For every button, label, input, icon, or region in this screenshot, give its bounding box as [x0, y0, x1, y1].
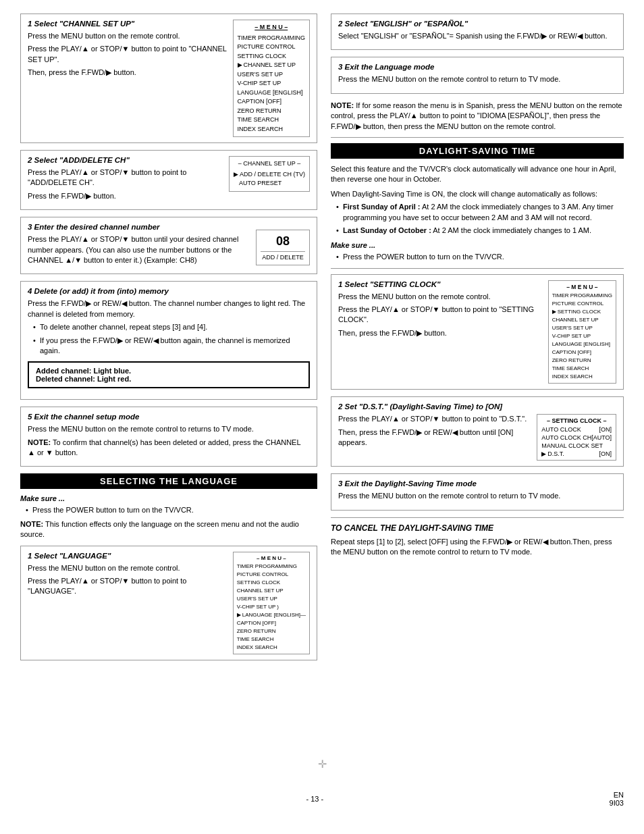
step2-p2: Press the F.FWD/▶ button.: [28, 191, 223, 201]
menu-item: INDEX SEARCH: [552, 373, 612, 381]
menu-item-selected: ▶ LANGUAGE [ENGLISH]—: [237, 611, 306, 619]
note-text-content: This function effects only the language …: [20, 520, 299, 538]
menu-item: USER'S SET UP: [552, 324, 612, 332]
dst-row4: ▶ D.S.T. [ON]: [541, 450, 612, 457]
step3-header: 3 Enter the desired channel number: [28, 223, 250, 231]
menu-item: CAPTION [OFF]: [237, 619, 306, 627]
step3-p1: Press the PLAY/▲ or STOP/▼ button until …: [28, 234, 250, 265]
note-spanish: NOTE: If for some reason the menu is in …: [331, 101, 624, 132]
step1-header: 1 Select "CHANNEL SET UP": [28, 20, 227, 28]
step1-menu: – M E N U – TIMER PROGRAMMING PICTURE CO…: [233, 20, 311, 137]
dst-bullet2-label: Last Sunday of October :: [343, 226, 431, 234]
dst-row2: AUTO CLOCK CH [AUTO]: [541, 434, 612, 441]
cancel-dst-p1: Repeat steps [1] to [2], select [OFF] us…: [331, 537, 624, 558]
lang-step1-p2: Press the PLAY/▲ or STOP/▼ button to poi…: [28, 576, 227, 597]
step4-p1: Press the F.FWD/▶ or REW/◀ button. The c…: [28, 298, 310, 319]
menu-item: TIMER PROGRAMMING: [238, 34, 306, 43]
lang-step1-text: 1 Select "LANGUAGE" Press the MENU butto…: [28, 552, 227, 600]
menu-item-selected: ▶ SETTING CLOCK: [552, 308, 612, 316]
dst-bullets: First Sunday of April : At 2 AM the cloc…: [331, 202, 624, 236]
step2-menu: – CHANNEL SET UP – ▶ ADD / DELETE CH (TV…: [229, 156, 310, 192]
section-channel-step2: 2 Select "ADD/DELETE CH" Press the PLAY/…: [20, 150, 317, 210]
dst-p2: When Daylight-Saving Time is ON, the clo…: [331, 189, 624, 199]
lang-step2-header: 2 Select "ENGLISH" or "ESPAÑOL": [338, 20, 616, 28]
dst-step2-p1: Press the PLAY/▲ or STOP/▼ button to poi…: [338, 414, 531, 424]
dst-bullet-power: Press the POWER button to turn on the TV…: [336, 252, 624, 262]
menu-item: LANGUAGE [ENGLISH]: [238, 88, 306, 98]
note-label: NOTE:: [331, 101, 354, 109]
arrow-icon: ▶: [552, 308, 556, 316]
menu-item: V-CHIP SET UP: [238, 79, 306, 88]
menu-item: V-CHIP SET UP ): [237, 603, 306, 611]
dst-step1-p1: Press the MENU button on the remote cont…: [338, 292, 543, 302]
section-channel-step4: 4 Delete (or add) it from (into) memory …: [20, 281, 317, 400]
lang-menu-title: – M E N U –: [237, 554, 306, 563]
footer-right: EN 9I03: [610, 791, 624, 807]
bullet-item: If you press the F.FWD/▶ or REW/◀ button…: [33, 336, 310, 357]
step1-p1: Press the MENU button on the remote cont…: [28, 31, 227, 41]
dst-settings-box: – SETTING CLOCK – AUTO CLOCK [ON] AUTO C…: [537, 414, 616, 461]
step3-text: 3 Enter the desired channel number Press…: [28, 223, 250, 268]
note-spanish-text: If for some reason the menu is in Spanis…: [331, 101, 622, 130]
dst-step1-menu: – M E N U – TIMER PROGRAMMING PICTURE CO…: [548, 280, 616, 384]
right-column: 2 Select "ENGLISH" or "ESPAÑOL" Select "…: [331, 14, 624, 751]
dst-bullet1: First Sunday of April : At 2 AM the cloc…: [336, 202, 624, 223]
arrow-icon: ▶: [238, 61, 242, 70]
dst-p1: Select this feature and the TV/VCR's clo…: [331, 164, 624, 185]
note-label: NOTE:: [20, 520, 43, 528]
menu-item: USER'S SET UP: [237, 595, 306, 603]
menu-item: TIME SEARCH: [552, 365, 612, 373]
lang-note: NOTE: This function effects only the lan…: [20, 519, 317, 540]
menu-item: V-CHIP SET UP: [552, 332, 612, 340]
dst-make-sure-bullets: Press the POWER button to turn on the TV…: [331, 252, 624, 262]
arrow-icon: ▶: [541, 450, 546, 457]
step1-text: 1 Select "CHANNEL SET UP" Press the MENU…: [28, 20, 227, 81]
menu-item: LANGUAGE [ENGLISH]: [552, 340, 612, 348]
menu-item: ZERO RETURN: [237, 627, 306, 635]
dst-row1-label: AUTO CLOCK: [541, 426, 581, 433]
menu-item: TIME SEARCH: [238, 115, 306, 125]
dst-step2-header: 2 Set "D.S.T." (Daylight-Saving Time) to…: [338, 402, 616, 411]
page: 1 Select "CHANNEL SET UP" Press the MENU…: [0, 0, 644, 834]
note-label: NOTE:: [28, 438, 51, 446]
bullet-item: To delete another channel, repeat steps …: [33, 322, 310, 332]
left-column: 1 Select "CHANNEL SET UP" Press the MENU…: [20, 14, 317, 751]
section-channel-step5: 5 Exit the channel setup mode Press the …: [20, 407, 317, 467]
lang-make-sure-bullets: Press the POWER button to turn on the TV…: [20, 505, 317, 515]
menu-item-selected: ▶ CHANNEL SET UP: [238, 61, 306, 70]
menu1-title: – M E N U –: [238, 23, 306, 32]
dst-step2-content: Press the PLAY/▲ or STOP/▼ button to poi…: [338, 414, 616, 461]
lang-step3-p1: Press the MENU button on the remote cont…: [338, 74, 616, 84]
step2-p1: Press the PLAY/▲ or STOP/▼ button to poi…: [28, 167, 223, 188]
menu-item-label: ADD / DELETE CH (TV): [240, 170, 305, 180]
menu-item: CHANNEL SET UP: [552, 316, 612, 324]
step3-content: 3 Enter the desired channel number Press…: [28, 223, 310, 268]
dst-step3-header: 3 Exit the Daylight-Saving Time mode: [338, 479, 616, 488]
divider3: [331, 517, 624, 518]
dst-row2-label: AUTO CLOCK CH: [541, 434, 591, 441]
dst-step1-section: 1 Select "SETTING CLOCK" Press the MENU …: [331, 274, 624, 390]
dst-step3-p1: Press the MENU button on the remote cont…: [338, 491, 616, 501]
menu-item: CAPTION [OFF]: [552, 348, 612, 357]
menu-item: INDEX SEARCH: [237, 644, 306, 652]
footer-page-num: - 13 -: [306, 795, 323, 803]
menu-item: ZERO RETURN: [552, 357, 612, 365]
center-cross: ✛: [20, 751, 624, 777]
menu-item: PICTURE CONTROL: [237, 571, 306, 579]
step1-content: 1 Select "CHANNEL SET UP" Press the MENU…: [28, 20, 310, 137]
channel-label: ADD / DELETE: [261, 251, 305, 261]
arrow-icon: ▶: [237, 611, 241, 619]
note-text-content: To confirm that channel(s) has been dele…: [28, 438, 300, 457]
lang-menu-items: TIMER PROGRAMMING PICTURE CONTROL SETTIN…: [237, 563, 306, 652]
menu-item: SETTING CLOCK: [238, 52, 306, 61]
step1-p2: Press the PLAY/▲ or STOP/▼ button to poi…: [28, 44, 227, 65]
menu-item: AUTO PRESET: [234, 179, 305, 188]
menu-item: PICTURE CONTROL: [238, 43, 306, 52]
lang-step1-section: 1 Select "LANGUAGE" Press the MENU butto…: [20, 546, 317, 660]
dst-bullet1-label: First Sunday of April :: [343, 203, 421, 211]
lang-step1-menu: – M E N U – TIMER PROGRAMMING PICTURE CO…: [233, 552, 310, 654]
step4-note: Added channel: Light blue. Deleted chann…: [28, 361, 310, 388]
dst-step3-section: 3 Exit the Daylight-Saving Time mode Pre…: [331, 473, 624, 510]
dst-step2-section: 2 Set "D.S.T." (Daylight-Saving Time) to…: [331, 396, 624, 467]
lang-step2-p1: Select "ENGLISH" or "ESPAÑOL"= Spanish u…: [338, 31, 616, 41]
